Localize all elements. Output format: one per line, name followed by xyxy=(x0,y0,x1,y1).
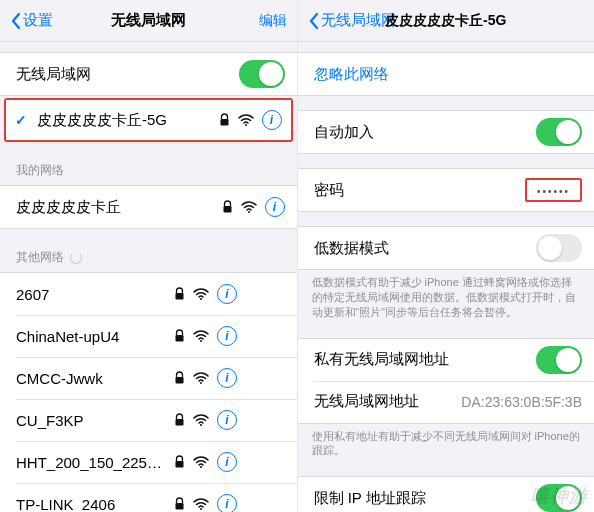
network-name: 2607 xyxy=(16,286,166,303)
network-row[interactable]: ChinaNet-upU4i xyxy=(0,315,297,357)
svg-rect-8 xyxy=(176,377,184,384)
back-label: 设置 xyxy=(23,11,53,30)
network-row[interactable]: 皮皮皮皮皮卡丘 i xyxy=(0,186,297,228)
network-name: CU_F3KP xyxy=(16,412,166,429)
wifi-icon xyxy=(238,114,254,126)
wifi-icon xyxy=(193,288,209,300)
lowdata-row: 低数据模式 xyxy=(298,227,595,269)
content: 无线局域网 ✓ 皮皮皮皮皮卡丘-5G i xyxy=(0,42,297,512)
limit-ip-toggle[interactable] xyxy=(536,484,582,512)
info-icon[interactable]: i xyxy=(217,284,237,304)
password-value-highlight: •••••• xyxy=(525,178,582,202)
info-icon[interactable]: i xyxy=(217,326,237,346)
connected-network-row[interactable]: ✓ 皮皮皮皮皮卡丘-5G i xyxy=(6,100,291,140)
autojoin-row: 自动加入 xyxy=(298,111,595,153)
autojoin-toggle[interactable] xyxy=(536,118,582,146)
lock-icon xyxy=(219,113,230,127)
other-networks-label: 其他网络 xyxy=(16,249,64,266)
svg-rect-6 xyxy=(176,335,184,342)
back-button[interactable]: 无线局域网 xyxy=(308,11,396,30)
network-row[interactable]: CMCC-Jwwki xyxy=(0,357,297,399)
chevron-left-icon xyxy=(308,12,319,30)
password-value: •••••• xyxy=(537,186,570,197)
spinner-icon xyxy=(70,252,82,264)
wifi-toggle[interactable] xyxy=(239,60,285,88)
network-row[interactable]: HHT_200_150_225_73_i xyxy=(0,441,297,483)
autojoin-label: 自动加入 xyxy=(314,123,537,142)
info-icon[interactable]: i xyxy=(262,110,282,130)
network-row[interactable]: TP-LINK_2406i xyxy=(0,483,297,512)
network-name: HHT_200_150_225_73_ xyxy=(16,454,166,471)
lowdata-toggle[interactable] xyxy=(536,234,582,262)
svg-rect-0 xyxy=(220,119,228,126)
network-name: TP-LINK_2406 xyxy=(16,496,166,513)
content: 忽略此网络 自动加入 密码 •••••• xyxy=(298,42,595,512)
svg-point-13 xyxy=(200,466,202,468)
wifi-address-label: 无线局域网地址 xyxy=(314,392,462,411)
lock-icon xyxy=(174,287,185,301)
svg-rect-10 xyxy=(176,419,184,426)
connected-network-name: 皮皮皮皮皮卡丘-5G xyxy=(37,111,211,130)
limit-ip-label: 限制 IP 地址跟踪 xyxy=(314,489,537,508)
other-networks-header: 其他网络 xyxy=(0,243,297,272)
network-row[interactable]: 2607i xyxy=(0,273,297,315)
wifi-address-row: 无线局域网地址 DA:23:63:0B:5F:3B xyxy=(298,381,595,423)
my-networks-header: 我的网络 xyxy=(0,156,297,185)
svg-point-3 xyxy=(248,211,250,213)
chevron-left-icon xyxy=(10,12,21,30)
wifi-icon xyxy=(193,372,209,384)
password-row[interactable]: 密码 •••••• xyxy=(298,169,595,211)
forget-network-label: 忽略此网络 xyxy=(314,65,583,84)
wifi-list-screen: 设置 无线局域网 编辑 无线局域网 ✓ 皮皮皮皮皮卡丘-5G xyxy=(0,0,297,512)
info-icon[interactable]: i xyxy=(217,368,237,388)
svg-point-11 xyxy=(200,424,202,426)
wifi-toggle-row: 无线局域网 xyxy=(0,53,297,95)
info-icon[interactable]: i xyxy=(217,452,237,472)
private-address-row: 私有无线局域网地址 xyxy=(298,339,595,381)
network-row[interactable]: CU_F3KPi xyxy=(0,399,297,441)
lock-icon xyxy=(174,455,185,469)
back-button[interactable]: 设置 xyxy=(10,11,53,30)
limit-ip-row: 限制 IP 地址跟踪 xyxy=(298,477,595,512)
svg-point-15 xyxy=(200,508,202,510)
forget-network-row[interactable]: 忽略此网络 xyxy=(298,53,595,95)
wifi-address-value: DA:23:63:0B:5F:3B xyxy=(461,394,582,410)
lowdata-note: 低数据模式有助于减少 iPhone 通过蜂窝网络或你选择的特定无线局域网使用的数… xyxy=(298,270,595,324)
network-name: ChinaNet-upU4 xyxy=(16,328,166,345)
network-name: CMCC-Jwwk xyxy=(16,370,166,387)
wifi-icon xyxy=(193,498,209,510)
navbar: 设置 无线局域网 编辑 xyxy=(0,0,297,42)
lowdata-label: 低数据模式 xyxy=(314,239,537,258)
wifi-icon xyxy=(193,330,209,342)
info-icon[interactable]: i xyxy=(217,410,237,430)
password-label: 密码 xyxy=(314,181,525,200)
svg-rect-12 xyxy=(176,461,184,468)
lock-icon xyxy=(174,329,185,343)
svg-rect-14 xyxy=(176,503,184,510)
wifi-icon xyxy=(241,201,257,213)
svg-point-1 xyxy=(245,124,247,126)
lock-icon xyxy=(174,371,185,385)
lock-icon xyxy=(174,497,185,511)
wifi-address-note: 使用私有地址有助于减少不同无线局域网间对 iPhone的跟踪。 xyxy=(298,424,595,463)
wifi-toggle-label: 无线局域网 xyxy=(16,65,239,84)
svg-rect-2 xyxy=(223,206,231,213)
svg-point-9 xyxy=(200,382,202,384)
info-icon[interactable]: i xyxy=(265,197,285,217)
checkmark-icon: ✓ xyxy=(15,112,33,128)
wifi-icon xyxy=(193,456,209,468)
private-address-toggle[interactable] xyxy=(536,346,582,374)
info-icon[interactable]: i xyxy=(217,494,237,512)
network-name: 皮皮皮皮皮卡丘 xyxy=(16,198,214,217)
svg-rect-4 xyxy=(176,293,184,300)
connected-network-highlight: ✓ 皮皮皮皮皮卡丘-5G i xyxy=(4,98,293,142)
navbar: 无线局域网 皮皮皮皮皮卡丘-5G xyxy=(298,0,595,42)
back-label: 无线局域网 xyxy=(321,11,396,30)
svg-point-7 xyxy=(200,340,202,342)
lock-icon xyxy=(174,413,185,427)
svg-point-5 xyxy=(200,298,202,300)
lock-icon xyxy=(222,200,233,214)
wifi-detail-screen: 无线局域网 皮皮皮皮皮卡丘-5G 忽略此网络 自动加入 xyxy=(297,0,595,512)
wifi-icon xyxy=(193,414,209,426)
edit-button[interactable]: 编辑 xyxy=(259,12,287,30)
